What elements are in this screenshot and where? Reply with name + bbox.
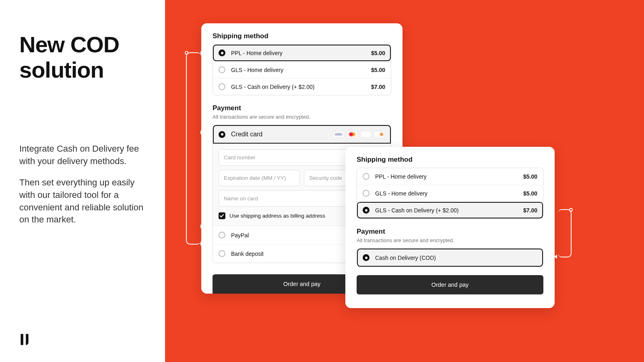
radio-icon bbox=[363, 173, 369, 180]
shipping-option-ppl[interactable]: PPL - Home delivery $5.00 bbox=[213, 45, 391, 61]
shipping-option-gls-cod[interactable]: GLS - Cash on Delivery (+ $2.00) $7.00 bbox=[357, 202, 543, 218]
radio-icon bbox=[219, 232, 225, 239]
payment-title: Payment bbox=[357, 228, 543, 236]
payment-title: Payment bbox=[213, 104, 391, 112]
expiry-input[interactable] bbox=[219, 170, 300, 186]
checkbox-label: Use shipping address as billing address bbox=[229, 213, 325, 219]
hero-desc-1: Integrate Cash on Delivery fee with your… bbox=[19, 143, 146, 168]
hero-title: New COD solution bbox=[19, 32, 146, 82]
payment-label: Bank deposit bbox=[231, 251, 264, 257]
shipping-title: Shipping method bbox=[357, 156, 543, 164]
shipping-price: $5.00 bbox=[523, 190, 537, 197]
radio-icon bbox=[219, 131, 225, 138]
hero-desc-2: Then set everything up easily with our t… bbox=[19, 177, 146, 226]
connector-right bbox=[558, 209, 572, 257]
radio-icon bbox=[219, 250, 225, 257]
payment-subtitle: All transactions are secure and encrypte… bbox=[357, 237, 543, 243]
shipping-price: $7.00 bbox=[523, 207, 537, 214]
checkbox-icon bbox=[219, 212, 225, 219]
payment-methods: Cash on Delivery (COD) bbox=[357, 248, 543, 267]
shipping-price: $5.00 bbox=[523, 173, 537, 180]
payment-cod[interactable]: Cash on Delivery (COD) bbox=[357, 249, 543, 267]
discover-icon bbox=[374, 131, 385, 138]
shipping-options: PPL - Home delivery $5.00 GLS - Home del… bbox=[213, 44, 391, 95]
shipping-label: GLS - Cash on Delivery (+ $2.00) bbox=[375, 207, 458, 214]
amex-icon bbox=[360, 131, 372, 138]
radio-icon bbox=[219, 49, 225, 56]
shipping-label: GLS - Home delivery bbox=[231, 67, 283, 73]
payment-label: PayPal bbox=[231, 232, 249, 239]
radio-icon bbox=[363, 254, 369, 261]
connector-left bbox=[186, 52, 201, 245]
radio-icon bbox=[219, 83, 225, 90]
shipping-option-gls-cod[interactable]: GLS - Cash on Delivery (+ $2.00) $7.00 bbox=[213, 78, 391, 95]
radio-icon bbox=[363, 190, 369, 197]
shipping-label: PPL - Home delivery bbox=[231, 50, 283, 56]
shipping-label: GLS - Cash on Delivery (+ $2.00) bbox=[231, 84, 314, 90]
payment-credit-card[interactable]: Credit card bbox=[213, 125, 391, 144]
marketing-sidebar: New COD solution Integrate Cash on Deliv… bbox=[0, 0, 165, 362]
card-brand-icons bbox=[333, 131, 385, 138]
visa-icon bbox=[333, 131, 344, 138]
order-pay-button[interactable]: Order and pay bbox=[357, 275, 543, 294]
radio-icon bbox=[363, 207, 369, 214]
payment-label: Cash on Delivery (COD) bbox=[375, 255, 436, 261]
shipping-price: $5.00 bbox=[371, 67, 385, 73]
shipping-option-ppl[interactable]: PPL - Home delivery $5.00 bbox=[357, 168, 543, 185]
payment-label: Credit card bbox=[231, 131, 262, 138]
radio-icon bbox=[219, 66, 225, 73]
shipping-title: Shipping method bbox=[213, 32, 391, 40]
shipping-option-gls[interactable]: GLS - Home delivery $5.00 bbox=[357, 185, 543, 202]
payment-subtitle: All transactions are secure and encrypte… bbox=[213, 114, 391, 120]
shipping-label: GLS - Home delivery bbox=[375, 190, 427, 197]
hero-description: Integrate Cash on Delivery fee with your… bbox=[19, 143, 146, 226]
shipping-label: PPL - Home delivery bbox=[375, 173, 427, 180]
shipping-price: $7.00 bbox=[371, 84, 385, 90]
brand-logo bbox=[19, 333, 30, 346]
checkout-card-cod: Shipping method PPL - Home delivery $5.0… bbox=[345, 147, 555, 308]
showcase-area: Shipping method PPL - Home delivery $5.0… bbox=[165, 0, 644, 362]
shipping-price: $5.00 bbox=[371, 50, 385, 56]
mastercard-icon bbox=[347, 131, 358, 138]
shipping-options: PPL - Home delivery $5.00 GLS - Home del… bbox=[357, 168, 543, 219]
shipping-option-gls[interactable]: GLS - Home delivery $5.00 bbox=[213, 61, 391, 78]
